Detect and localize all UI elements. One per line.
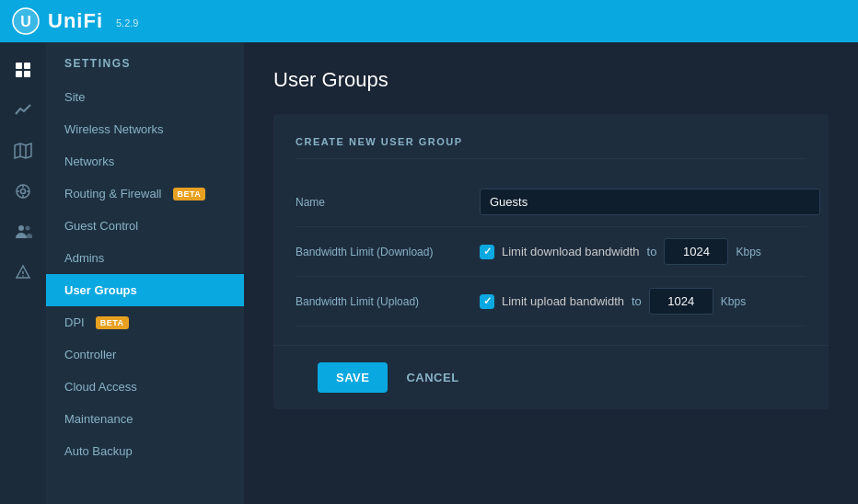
version-label: 5.2.9 xyxy=(116,17,138,29)
sidebar-item-label: Routing & Firewall xyxy=(64,187,162,200)
sidebar-item-guest-control[interactable]: Guest Control xyxy=(46,210,244,242)
svg-marker-6 xyxy=(15,143,31,158)
sidebar-item-controller[interactable]: Controller xyxy=(46,338,244,371)
sidebar-item-label: Maintenance xyxy=(64,412,133,426)
action-row: SAVE CANCEL xyxy=(296,346,806,409)
svg-rect-5 xyxy=(24,71,30,77)
download-kbps-label: Kbps xyxy=(736,246,760,258)
sidebar-item-label: DPI xyxy=(64,315,85,329)
sidebar-item-label: Wireless Networks xyxy=(64,122,164,136)
svg-rect-3 xyxy=(24,63,30,69)
bandwidth-download-control: Limit download bandwidth to Kbps xyxy=(480,238,806,265)
bandwidth-upload-label: Bandwidth Limit (Upload) xyxy=(296,295,480,308)
content-area: User Groups CREATE NEW USER GROUP Name B… xyxy=(244,42,858,504)
sidebar-item-site[interactable]: Site xyxy=(46,81,244,113)
svg-point-10 xyxy=(21,189,26,194)
icon-sidebar xyxy=(0,42,46,504)
sidebar-item-dpi[interactable]: DPI BETA xyxy=(46,306,244,338)
brand-name: UniFi xyxy=(48,9,103,33)
statistics-icon[interactable] xyxy=(5,92,41,129)
bandwidth-download-row: Bandwidth Limit (Download) Limit downloa… xyxy=(296,227,806,277)
sidebar-item-label: User Groups xyxy=(64,283,137,297)
svg-rect-4 xyxy=(16,71,22,77)
settings-sidebar: SETTINGS Site Wireless Networks Networks… xyxy=(46,42,244,504)
sidebar-item-label: Guest Control xyxy=(64,219,138,233)
upload-to-label: to xyxy=(632,294,642,308)
svg-text:U: U xyxy=(20,14,31,29)
spacer xyxy=(296,326,806,345)
upload-checkbox-wrapper[interactable]: Limit upload bandwidth xyxy=(480,294,624,309)
upload-kbps-label: Kbps xyxy=(721,295,746,308)
svg-rect-2 xyxy=(16,63,22,69)
sidebar-item-routing-firewall[interactable]: Routing & Firewall BETA xyxy=(46,178,244,210)
settings-title: SETTINGS xyxy=(46,57,244,81)
sidebar-item-label: Controller xyxy=(64,348,116,361)
name-row: Name xyxy=(296,178,806,227)
download-value-input[interactable] xyxy=(664,238,728,265)
sidebar-item-label: Admins xyxy=(64,251,104,265)
download-checkbox[interactable] xyxy=(480,245,494,259)
users-icon[interactable] xyxy=(5,213,41,250)
alerts-icon[interactable] xyxy=(5,254,41,291)
download-checkbox-wrapper[interactable]: Limit download bandwidth xyxy=(480,245,640,259)
form-section: CREATE NEW USER GROUP Name Bandwidth Lim… xyxy=(273,114,829,409)
save-button[interactable]: SAVE xyxy=(318,362,388,393)
sidebar-item-cloud-access[interactable]: Cloud Access xyxy=(46,371,244,403)
name-input[interactable] xyxy=(480,189,820,215)
beta-badge-dpi: BETA xyxy=(96,316,129,329)
map-icon[interactable] xyxy=(5,132,41,169)
upload-checkbox-label: Limit upload bandwidth xyxy=(502,294,624,308)
ubiquiti-logo: U xyxy=(11,6,41,36)
cancel-button[interactable]: CANCEL xyxy=(402,362,462,393)
sidebar-item-wireless-networks[interactable]: Wireless Networks xyxy=(46,113,244,145)
devices-icon[interactable] xyxy=(5,173,41,210)
bandwidth-upload-control: Limit upload bandwidth to Kbps xyxy=(480,288,806,315)
sidebar-item-admins[interactable]: Admins xyxy=(46,242,244,274)
sidebar-item-auto-backup[interactable]: Auto Backup xyxy=(46,435,244,467)
sidebar-item-label: Cloud Access xyxy=(64,380,137,394)
section-header: CREATE NEW USER GROUP xyxy=(296,136,806,159)
sidebar-item-maintenance[interactable]: Maintenance xyxy=(46,403,244,435)
page-title: User Groups xyxy=(273,68,829,92)
sidebar-item-networks[interactable]: Networks xyxy=(46,145,244,178)
upload-value-input[interactable] xyxy=(649,288,713,315)
name-label: Name xyxy=(296,196,480,209)
bandwidth-download-label: Bandwidth Limit (Download) xyxy=(296,246,480,258)
name-control xyxy=(480,189,820,215)
bandwidth-upload-row: Bandwidth Limit (Upload) Limit upload ba… xyxy=(296,277,806,326)
upload-checkbox[interactable] xyxy=(480,294,494,309)
topbar: U UniFi 5.2.9 xyxy=(0,0,858,42)
download-to-label: to xyxy=(647,245,657,258)
sidebar-item-label: Networks xyxy=(64,155,114,168)
main-layout: SETTINGS Site Wireless Networks Networks… xyxy=(0,42,858,504)
sidebar-item-label: Site xyxy=(64,90,85,104)
sidebar-item-label: Auto Backup xyxy=(64,444,133,458)
svg-point-15 xyxy=(18,225,24,231)
sidebar-item-user-groups[interactable]: User Groups xyxy=(46,274,244,306)
beta-badge: BETA xyxy=(173,188,206,200)
dashboard-icon[interactable] xyxy=(5,52,41,88)
svg-point-16 xyxy=(26,226,30,231)
download-checkbox-label: Limit download bandwidth xyxy=(502,245,640,258)
svg-point-18 xyxy=(22,275,24,277)
logo-area: U UniFi 5.2.9 xyxy=(11,6,138,36)
